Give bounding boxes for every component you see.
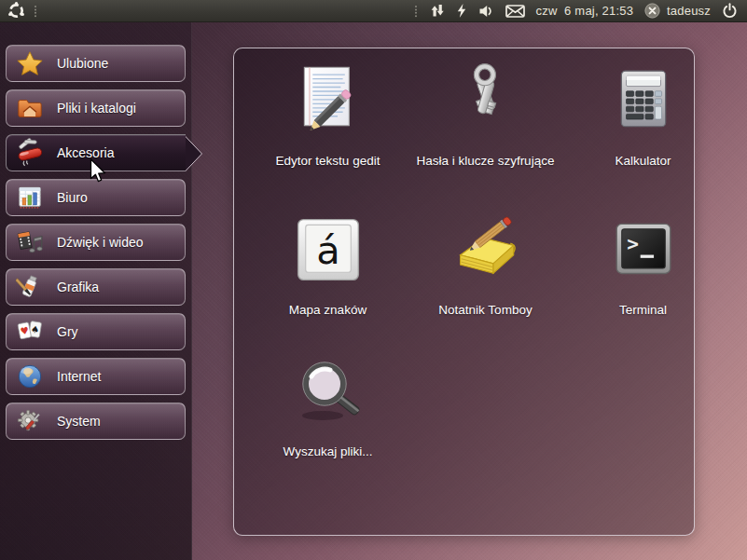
sidebar-item-system[interactable]: System [6,403,186,440]
ubuntu-logo-icon[interactable] [7,2,25,20]
gedit-text-editor-icon [289,61,367,140]
app-hasla-i-klucze[interactable]: Hasła i klucze szyfrujące [407,54,564,203]
sidebar-item-label: System [57,414,101,429]
clock-text: czw 6 maj, 21:53 [536,4,634,18]
power-bolt-icon[interactable] [456,4,467,18]
character-map-icon: á [289,211,367,289]
me-menu-icon [644,3,660,19]
office-chart-icon [15,183,45,212]
sidebar-item-pliki-i-katalogi[interactable]: Pliki i katalogi [6,89,186,127]
audio-video-icon [15,227,45,257]
sidebar-item-label: Ulubione [57,56,108,71]
sidebar-item-label: Pliki i katalogi [57,101,136,116]
tomboy-note-icon [447,211,525,289]
clock-indicator[interactable]: czw 6 maj, 21:53 [536,4,634,18]
app-label: Edytor tekstu gedit [276,151,380,171]
sidebar-item-gry[interactable]: ♠ ♥ Gry [6,313,186,350]
sidebar-item-label: Biuro [57,190,88,205]
swiss-knife-icon [15,138,45,168]
app-notatnik-tomboy[interactable]: Notatnik Tomboy [407,203,564,345]
search-magnifier-icon [289,352,367,430]
keys-icon [447,61,525,140]
app-kalkulator[interactable]: Kalkulator [564,54,722,203]
volume-icon[interactable] [478,5,494,18]
playing-cards-icon: ♠ ♥ [15,317,45,347]
mail-envelope-icon[interactable] [505,5,525,18]
svg-text:♠: ♠ [30,323,40,335]
app-label: Hasła i klucze szyfrujące [417,151,555,171]
sidebar-item-grafika[interactable]: Grafika [6,268,186,306]
app-terminal[interactable]: > Terminal [564,203,722,345]
terminal-icon: > [604,211,683,289]
selected-arrow [186,134,203,173]
app-mapa-znakow[interactable]: á Mapa znaków [249,203,407,345]
application-panel: Edytor tekstu gedit [233,48,695,536]
sidebar-item-dzwiek-i-wideo[interactable]: Dźwięk i wideo [6,224,186,261]
calculator-icon [604,61,683,140]
application-grid: Edytor tekstu gedit [249,54,725,485]
app-wyszukaj-pliki[interactable]: Wyszukaj pliki... [249,345,407,485]
app-label: Terminal [619,300,667,321]
category-sidebar: Ulubione Pliki i katalogi [0,22,192,560]
sidebar-item-label: Grafika [57,280,99,294]
app-label: Mapa znaków [289,300,367,321]
app-label: Kalkulator [615,151,671,171]
grip-handle-icon[interactable] [34,5,37,18]
grip-handle-icon[interactable] [414,5,418,18]
sidebar-item-label: Internet [57,369,101,384]
folder-home-icon [15,93,45,123]
me-menu[interactable]: tadeusz [644,3,711,19]
sidebar-item-label: Gry [57,324,78,339]
paint-tube-icon [15,272,45,302]
globe-icon [15,362,45,391]
top-panel: czw 6 maj, 21:53 tadeusz [0,0,747,22]
sidebar-item-internet[interactable]: Internet [6,358,186,395]
app-label: Notatnik Tomboy [438,300,532,321]
sidebar-item-ulubione[interactable]: Ulubione [6,45,186,82]
sidebar-item-biuro[interactable]: Biuro [6,179,186,216]
star-icon [15,48,45,78]
app-edytor-tekstu-gedit[interactable]: Edytor tekstu gedit [249,54,407,203]
sidebar-item-label: Dźwięk i wideo [57,235,144,250]
mouse-cursor [90,158,107,184]
gear-wrench-icon [15,406,45,436]
sync-arrows-icon[interactable] [429,4,445,18]
username-text: tadeusz [667,4,711,18]
app-label: Wyszukaj pliki... [284,442,373,462]
svg-text:>: > [627,232,639,255]
svg-text:á: á [316,227,340,273]
session-power-icon[interactable] [722,3,738,19]
